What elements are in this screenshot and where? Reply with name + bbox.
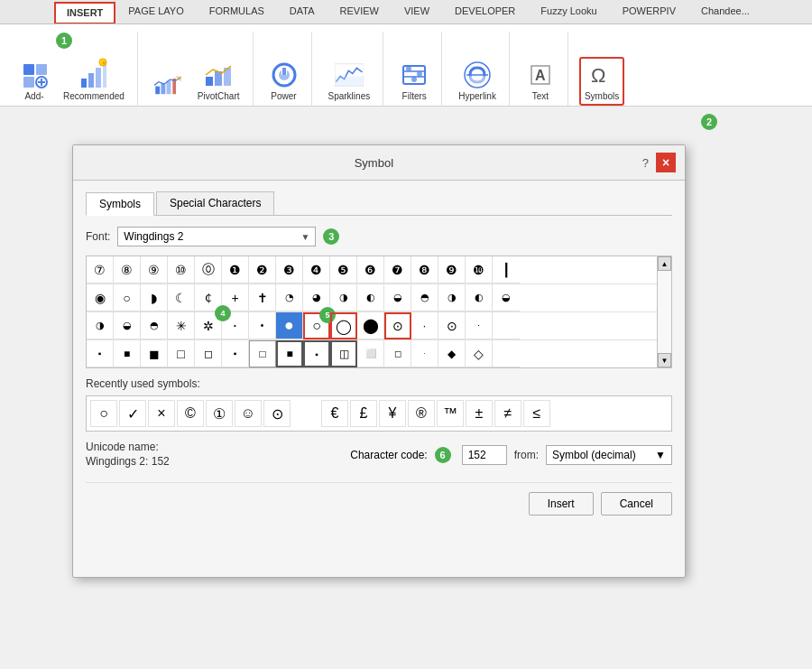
symbol-cell[interactable]: ⬜ [357,340,384,367]
recent-cell[interactable]: ≤ [523,400,550,427]
symbol-cell[interactable]: ◓ [141,312,168,339]
symbol-cell[interactable]: ⊙ [384,312,411,339]
symbol-cell[interactable]: ❾ [438,256,466,283]
symbol-cell[interactable]: ◒ [114,312,141,339]
recent-cell[interactable]: £ [350,400,377,427]
symbol-cell[interactable]: ○ [114,284,141,311]
symbol-cell[interactable]: □ [249,340,276,367]
symbol-cell[interactable]: ◐ [466,284,493,311]
symbol-cell[interactable] [493,340,520,367]
tab-fuzzy[interactable]: Fuzzy Looku [528,0,609,23]
symbol-cell[interactable]: ◫ [330,340,357,367]
recent-cell[interactable]: € [321,400,348,427]
grid-scrollbar[interactable]: ▲ ▼ [657,256,671,367]
dialog-close-button[interactable]: × [656,153,676,172]
recent-cell[interactable]: ± [466,400,493,427]
symbol-cell[interactable]: ❺ [330,256,357,283]
recent-cell[interactable]: ¥ [379,400,406,427]
symbol-cell[interactable]: ◗ [141,284,168,311]
hyperlink-button[interactable]: Hyperlink [453,57,502,106]
symbol-cell[interactable]: ❼ [384,256,411,283]
scrollbar-down[interactable]: ▼ [658,353,671,367]
dialog-help-button[interactable]: ? [639,156,652,170]
symbol-cell[interactable]: ✳ [168,312,195,339]
recent-cell[interactable]: ① [206,400,233,427]
tab-special-chars[interactable]: Special Characters [156,191,274,215]
symbol-cell[interactable]: ⑨ [141,256,168,283]
power-button[interactable]: Power [264,57,304,106]
sparklines-button[interactable]: Sparklines [323,57,376,106]
symbol-cell[interactable]: ◒ [493,284,520,311]
tab-powerpiv[interactable]: POWERPIV [610,0,688,23]
symbol-cell[interactable]: ▪ [87,340,114,367]
symbol-cell[interactable]: ◼ [141,340,168,367]
symbol-cell[interactable]: ❽ [411,256,438,283]
symbol-cell[interactable]: ◇ [466,340,493,367]
scrollbar-up[interactable]: ▲ [658,256,671,271]
symbol-cell[interactable]: ☾ [168,284,195,311]
symbol-cell[interactable]: ⑦ [87,256,114,283]
symbol-cell[interactable]: • [249,312,276,339]
symbol-cell[interactable]: ◻ [384,340,411,367]
tab-developer[interactable]: DEVELOPER [442,0,528,23]
symbol-cell[interactable]: ❸ [276,256,303,283]
text-button[interactable]: A Text [521,57,560,106]
symbol-cell[interactable]: ◻ [195,340,222,367]
symbol-cell[interactable]: ◉ [87,284,114,311]
symbol-cell[interactable]: ◔ [276,284,303,311]
recommended-charts-button[interactable]: ★ Recommended [58,57,130,106]
recent-cell[interactable]: © [177,400,204,427]
recent-cell[interactable]: ≠ [494,400,521,427]
symbol-cell[interactable]: ⓪ [195,256,222,283]
recent-cell[interactable]: ✓ [119,400,146,427]
tab-page-layout[interactable]: PAGE LAYO [115,0,196,23]
recent-cell[interactable] [292,400,319,427]
symbol-cell[interactable]: ⋅ [466,312,493,339]
symbol-cell[interactable]: ┃ [493,256,520,283]
symbol-cell[interactable]: ❷ [249,256,276,283]
symbol-cell[interactable]: ◒ [384,284,411,311]
symbol-cell[interactable]: ■ [276,340,303,367]
symbol-cell[interactable]: · [411,312,438,339]
symbol-cell[interactable]: ▪ [222,340,249,367]
symbol-cell[interactable]: · [411,340,438,367]
symbol-cell[interactable]: ◑ [438,284,466,311]
symbol-cell[interactable]: ❶ [222,256,249,283]
recent-cell[interactable]: ⊙ [263,400,291,427]
symbol-cell[interactable]: □ [168,340,195,367]
recent-cell[interactable]: ☺ [235,400,262,427]
symbols-button[interactable]: Ω Symbols [579,57,624,106]
pivotchart-button[interactable]: PivotChart [192,57,245,106]
recent-cell[interactable]: ® [408,400,435,427]
recent-cell[interactable]: ™ [437,400,464,427]
symbol-cell[interactable]: ◓ [411,284,438,311]
symbol-cell[interactable]: ◆ [438,340,466,367]
tab-formulas[interactable]: FORMULAS [197,0,277,23]
symbol-cell[interactable]: ▪ [303,340,330,367]
recent-cell[interactable]: × [148,400,175,427]
recent-cell[interactable]: ○ [90,400,117,427]
symbol-cell[interactable]: ■ [114,340,141,367]
symbol-cell[interactable]: ❻ [357,256,384,283]
symbol-cell[interactable]: ◑ [330,284,357,311]
symbol-cell[interactable]: ❿ [466,256,493,283]
char-code-input[interactable] [462,445,507,465]
symbol-cell[interactable]: ○ 5 [303,312,330,339]
symbol-cell[interactable]: ◯ [330,312,357,339]
tab-insert[interactable]: INSERT [54,2,115,23]
charts-button[interactable] [149,68,189,106]
tab-symbols[interactable]: Symbols [86,192,154,216]
symbol-cell[interactable]: ⬤ [357,312,384,339]
symbol-cell-selected[interactable]: ● [276,312,303,339]
addin-button[interactable]: Add- [14,57,54,106]
filters-button[interactable]: Filters [394,57,434,106]
tab-chandee[interactable]: Chandee... [688,0,762,23]
font-select[interactable]: Wingdings 2 ▼ [117,227,316,246]
symbol-cell[interactable]: ◑ [87,312,114,339]
insert-button[interactable]: Insert [529,492,594,516]
symbol-cell[interactable]: • 4 [222,312,249,339]
cancel-button[interactable]: Cancel [601,492,672,516]
from-select[interactable]: Symbol (decimal) ▼ [546,445,672,465]
symbol-cell[interactable]: ❹ [303,256,330,283]
symbol-cell[interactable] [493,312,520,339]
